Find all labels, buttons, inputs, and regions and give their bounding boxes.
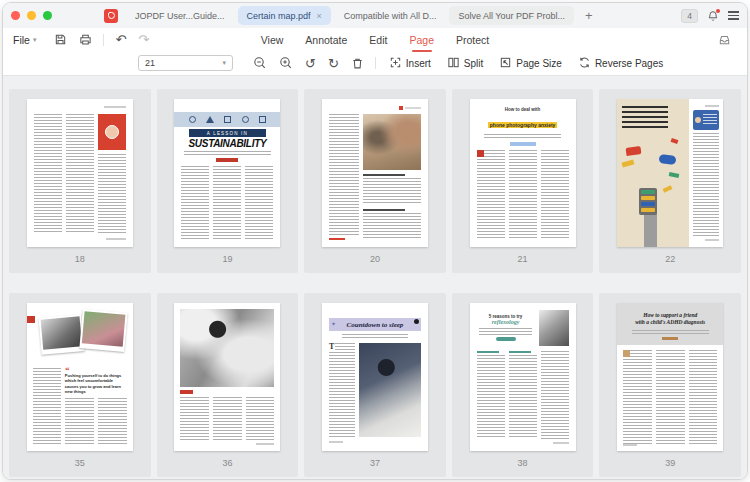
close-window-button[interactable] <box>11 11 20 20</box>
menu-view[interactable]: View <box>261 34 284 46</box>
menu-annotate[interactable]: Annotate <box>305 34 347 46</box>
page-cell-22[interactable]: 22 <box>599 89 741 273</box>
text-column-placeholder <box>65 398 94 445</box>
chevron-down-icon: ▾ <box>33 36 37 44</box>
tab-compatible[interactable]: Compatible with All D... <box>335 6 446 25</box>
article-title-line2: with a child's ADHD diagnosis <box>623 319 717 326</box>
tab-label: JOPDF User...Guide... <box>135 11 225 21</box>
fullscreen-window-button[interactable] <box>43 11 52 20</box>
rotate-right-icon[interactable]: ↻ <box>328 57 339 70</box>
file-menu-button[interactable]: File ▾ <box>13 34 36 46</box>
app-window: JOPDF User...Guide... Certain map.pdf × … <box>2 2 748 480</box>
page-cell-20[interactable]: 20 <box>304 89 446 273</box>
page-cell-18[interactable]: 18 <box>9 89 151 273</box>
polaroid-photo-bw <box>38 314 84 355</box>
tab-certain-map[interactable]: Certain map.pdf × <box>238 6 331 25</box>
split-button[interactable]: Split <box>447 56 483 71</box>
save-icon[interactable] <box>54 33 67 46</box>
page-cell-39[interactable]: How to support a friend with a child's A… <box>599 293 741 477</box>
page-21-thumbnail[interactable]: How to deal with phone photography anxie… <box>470 99 576 247</box>
redo-icon[interactable]: ↷ <box>138 33 149 46</box>
page-cell-21[interactable]: How to deal with phone photography anxie… <box>452 89 594 273</box>
text-column-placeholder <box>656 350 685 444</box>
rotate-left-icon[interactable]: ↺ <box>305 57 316 70</box>
kitchen-photo <box>180 309 274 387</box>
page-number-label: 19 <box>222 254 232 264</box>
text-placeholder <box>363 178 421 205</box>
tan-tag <box>662 337 678 340</box>
text-column-placeholder <box>329 343 355 437</box>
page-header-placeholder <box>104 106 126 108</box>
new-tab-button[interactable]: + <box>578 8 600 23</box>
teal-heading-placeholder <box>509 351 531 353</box>
callout-text-placeholder <box>703 114 717 126</box>
magazine-logo <box>329 106 421 110</box>
page-cell-19[interactable]: A LESSON IN SUSTAINABILITY 19 <box>157 89 299 273</box>
text-column-placeholder <box>509 150 537 239</box>
reverse-pages-button[interactable]: Reverse Pages <box>578 56 663 71</box>
page-header-placeholder <box>705 105 719 107</box>
page-39-thumbnail[interactable]: How to support a friend with a child's A… <box>617 303 723 451</box>
menu-protect[interactable]: Protect <box>456 34 489 46</box>
page-size-label: Page Size <box>516 58 562 69</box>
text-column-placeholder <box>98 154 126 234</box>
hamburger-menu-icon[interactable] <box>728 11 739 20</box>
cleanup-photo <box>363 114 421 170</box>
menu-page[interactable]: Page <box>409 34 434 46</box>
minimize-window-button[interactable] <box>27 11 36 20</box>
text-placeholder <box>363 213 421 240</box>
confetti-yellow-2 <box>663 185 673 192</box>
heading-placeholder <box>363 209 405 211</box>
reflexology-photo <box>539 310 569 346</box>
star-icon: ✦ <box>331 321 336 327</box>
page-19-thumbnail[interactable]: A LESSON IN SUSTAINABILITY <box>174 99 280 247</box>
page-cell-37[interactable]: ✦ Countdown to sleep T 37 <box>304 293 446 477</box>
page-number-label: 37 <box>370 458 380 468</box>
title-band: ✦ Countdown to sleep <box>329 318 421 331</box>
undo-icon[interactable]: ↶ <box>115 33 126 46</box>
page-38-thumbnail[interactable]: 5 reasons to try reflexology <box>470 303 576 451</box>
page-cell-35[interactable]: “ Pushing yourself to do things which fe… <box>9 293 151 477</box>
tab-user-guide[interactable]: JOPDF User...Guide... <box>126 6 234 25</box>
blue-tag <box>510 142 536 146</box>
print-icon[interactable] <box>79 33 92 46</box>
tab-solve-pdf[interactable]: Solve All Your PDF Probl... <box>449 6 574 25</box>
insert-button[interactable]: Insert <box>389 56 431 71</box>
page-footer-placeholder <box>705 239 719 241</box>
page-number-select[interactable]: 21 ▾ <box>138 55 233 71</box>
page-number-label: 39 <box>665 458 675 468</box>
delete-page-icon[interactable] <box>351 57 364 70</box>
confetti-yellow <box>622 159 635 167</box>
page-size-button[interactable]: Page Size <box>499 56 562 71</box>
text-column-placeholder <box>477 355 505 439</box>
drop-cap <box>623 350 630 357</box>
page-cell-36[interactable]: 36 <box>157 293 299 477</box>
page-35-thumbnail[interactable]: “ Pushing yourself to do things which fe… <box>27 303 133 451</box>
close-tab-icon[interactable]: × <box>317 11 322 21</box>
page-number-label: 35 <box>75 458 85 468</box>
page-37-thumbnail[interactable]: ✦ Countdown to sleep T <box>322 303 428 451</box>
article-title: Countdown to sleep <box>347 321 404 329</box>
page-20-thumbnail[interactable] <box>322 99 428 247</box>
page-cell-38[interactable]: 5 reasons to try reflexology 3 <box>452 293 594 477</box>
sleeping-photo <box>359 343 421 437</box>
page-footer-placeholder <box>106 238 126 240</box>
author-callout-box <box>693 110 719 130</box>
page-18-thumbnail[interactable] <box>27 99 133 247</box>
red-tag <box>180 390 193 394</box>
file-menu-label: File <box>13 34 30 46</box>
zoom-out-icon[interactable] <box>253 56 267 70</box>
menu-edit[interactable]: Edit <box>369 34 387 46</box>
zoom-in-icon[interactable] <box>279 56 293 70</box>
inbox-icon[interactable] <box>718 33 731 46</box>
page-36-thumbnail[interactable] <box>174 303 280 451</box>
tab-count-badge[interactable]: 4 <box>681 9 698 23</box>
toolbar-divider <box>103 34 104 46</box>
teal-heading-placeholder <box>477 351 499 353</box>
tab-label: Solve All Your PDF Probl... <box>458 11 565 21</box>
notifications-bell-icon[interactable] <box>707 10 719 22</box>
page-22-thumbnail[interactable] <box>617 99 723 247</box>
reverse-pages-icon <box>578 56 591 71</box>
moon-sticker <box>414 319 419 324</box>
text-column-placeholder <box>689 350 718 444</box>
